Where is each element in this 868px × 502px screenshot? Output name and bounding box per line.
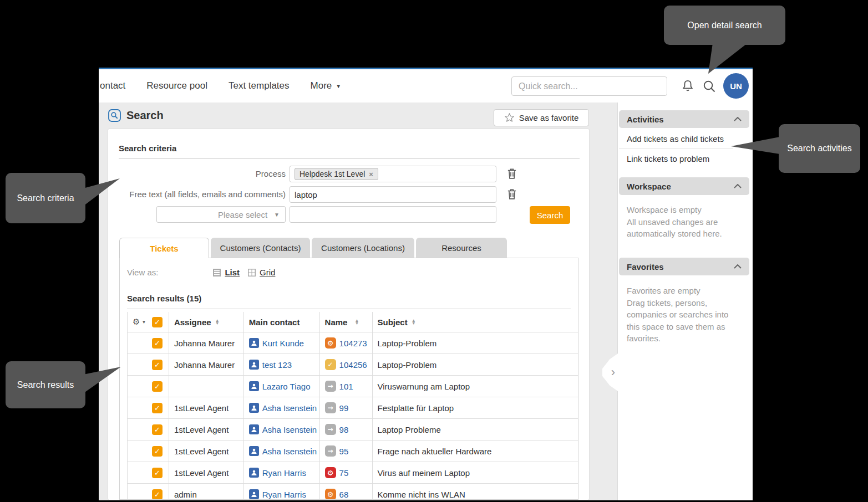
clear-freetext-button[interactable] — [506, 188, 517, 200]
ticket-link[interactable]: 68 — [339, 490, 349, 499]
ticket-icon — [325, 402, 336, 413]
tab-label: Tickets — [150, 244, 178, 253]
activities-section-header[interactable]: Activities — [619, 110, 749, 128]
process-input[interactable]: Helpdesk 1st Level × — [290, 166, 496, 182]
content-area: Search Save as favorite Search criteria … — [99, 103, 753, 500]
screenshot-stage: Open detail search Search criteria Searc… — [0, 0, 868, 502]
activity-add-child-tickets[interactable]: Add tickets as child tickets — [627, 134, 724, 144]
save-as-favorite-button[interactable]: Save as favorite — [494, 109, 589, 126]
table-row: ✓ 1stLevel Agent Asha Isenstein 95 Frage… — [127, 440, 578, 462]
row-checkbox[interactable]: ✓ — [152, 403, 163, 413]
table-row: ✓ Johanna Maurer Kurt Kunde 104273 Lapto… — [127, 332, 578, 354]
subject-cell: Virus auf meinem Laptop — [373, 462, 579, 483]
contact-link[interactable]: Ryan Harris — [262, 468, 306, 478]
chevron-right-icon: › — [611, 365, 615, 380]
row-checkbox[interactable]: ✓ — [152, 424, 163, 435]
column-header-main-contact[interactable]: Main contact — [244, 312, 320, 332]
assignee-cell: 1stLevel Agent — [169, 440, 244, 462]
contact-link[interactable]: test 123 — [262, 360, 292, 370]
search-button[interactable]: Search — [530, 206, 570, 224]
ticket-link[interactable]: 98 — [339, 425, 349, 434]
nav-item-text-templates[interactable]: Text templates — [229, 80, 290, 91]
view-list-link[interactable]: List — [212, 268, 240, 277]
tab-resources[interactable]: Resources — [416, 238, 507, 258]
ticket-icon — [325, 381, 336, 392]
row-checkbox[interactable]: ✓ — [152, 381, 163, 392]
contact-link[interactable]: Kurt Kunde — [262, 339, 304, 348]
search-icon — [702, 79, 717, 94]
ticket-link[interactable]: 75 — [339, 468, 349, 478]
process-tag-label: Helpdesk 1st Level — [300, 170, 365, 178]
column-label: Main contact — [249, 317, 300, 327]
tab-customers-locations[interactable]: Customers (Locations) — [312, 238, 414, 258]
list-icon — [212, 268, 221, 277]
person-icon — [249, 446, 259, 456]
row-checkbox[interactable]: ✓ — [152, 468, 163, 478]
clear-process-button[interactable] — [506, 167, 517, 180]
app-window: ontact Resource pool Text templates More… — [99, 68, 753, 500]
contact-link[interactable]: Lazaro Tiago — [262, 382, 311, 391]
activity-link-to-problem[interactable]: Link tickets to problem — [627, 154, 709, 163]
row-checkbox[interactable]: ✓ — [152, 446, 163, 457]
person-icon — [249, 403, 259, 413]
nav-item-contact[interactable]: ontact — [100, 80, 125, 91]
ticket-link[interactable]: 104256 — [339, 360, 367, 370]
contact-link[interactable]: Asha Isenstein — [262, 447, 317, 456]
ticket-link[interactable]: 104273 — [339, 339, 367, 348]
column-header-assignee[interactable]: Assignee▲▼ — [169, 312, 244, 332]
section-title: Workspace — [627, 182, 671, 191]
nav-item-more[interactable]: More▼ — [311, 80, 342, 91]
section-title: Favorites — [627, 262, 664, 272]
criteria-value-input[interactable] — [290, 206, 496, 223]
subject-cell: Komme nicht ins WLAN — [373, 484, 579, 500]
callout-search-activities: Search activities — [779, 124, 860, 173]
column-header-subject[interactable]: Subject▲▼ — [373, 312, 579, 332]
contact-link[interactable]: Asha Isenstein — [262, 403, 317, 413]
freetext-input[interactable] — [290, 186, 496, 203]
row-checkbox[interactable]: ✓ — [152, 338, 163, 349]
empty-line: favorites. — [627, 332, 728, 345]
nav-item-resource-pool[interactable]: Resource pool — [146, 80, 207, 91]
search-criteria-heading: Search criteria — [119, 144, 176, 153]
tab-customers-contacts[interactable]: Customers (Contacts) — [211, 238, 310, 258]
process-label: Process — [108, 166, 286, 182]
empty-line: automatically stored here. — [627, 228, 722, 240]
row-checkbox[interactable]: ✓ — [152, 489, 163, 500]
favorites-section-header[interactable]: Favorites — [619, 258, 749, 275]
ticket-link[interactable]: 99 — [339, 403, 349, 413]
contact-link[interactable]: Ryan Harris — [262, 490, 306, 499]
user-avatar[interactable]: UN — [723, 73, 749, 99]
sort-icon: ▲▼ — [215, 319, 220, 325]
caret-down-icon: ▼ — [274, 212, 280, 218]
criteria-select[interactable]: Please select ▼ — [156, 206, 286, 223]
person-icon — [249, 489, 259, 499]
contact-link[interactable]: Asha Isenstein — [262, 425, 317, 434]
person-icon — [249, 381, 259, 391]
save-as-favorite-label: Save as favorite — [519, 113, 579, 122]
person-icon — [249, 424, 259, 434]
star-icon — [504, 112, 515, 123]
select-all-checkbox[interactable]: ✓ — [152, 317, 163, 327]
detail-search-button[interactable] — [702, 79, 717, 94]
quick-search-input[interactable] — [511, 76, 667, 96]
close-icon[interactable]: × — [369, 170, 373, 178]
column-label: Name — [325, 317, 348, 327]
bell-icon — [681, 79, 695, 94]
row-checkbox[interactable]: ✓ — [152, 360, 163, 370]
workspace-section-header[interactable]: Workspace — [619, 177, 749, 195]
search-results-heading: Search results (15) — [127, 294, 201, 303]
table-row: ✓ 1stLevel Agent Asha Isenstein 99 Festp… — [127, 397, 578, 419]
tab-tickets[interactable]: Tickets — [119, 238, 209, 258]
column-settings-button[interactable]: ⚙▼ — [133, 317, 146, 327]
caret-down-icon: ▼ — [336, 83, 341, 89]
search-panel: Search criteria Process Helpdesk 1st Lev… — [108, 129, 590, 500]
view-grid-link[interactable]: Grid — [247, 268, 275, 277]
ticket-link[interactable]: 101 — [339, 382, 353, 391]
column-header-name[interactable]: Name▲▼ — [320, 312, 373, 332]
sidebar-collapse-button[interactable]: › — [602, 354, 618, 391]
column-label: Assignee — [174, 317, 211, 327]
ticket-link[interactable]: 95 — [339, 447, 349, 456]
notifications-button[interactable] — [681, 79, 695, 94]
empty-line: All unsaved changes are — [627, 216, 722, 228]
assignee-cell: 1stLevel Agent — [169, 419, 244, 440]
